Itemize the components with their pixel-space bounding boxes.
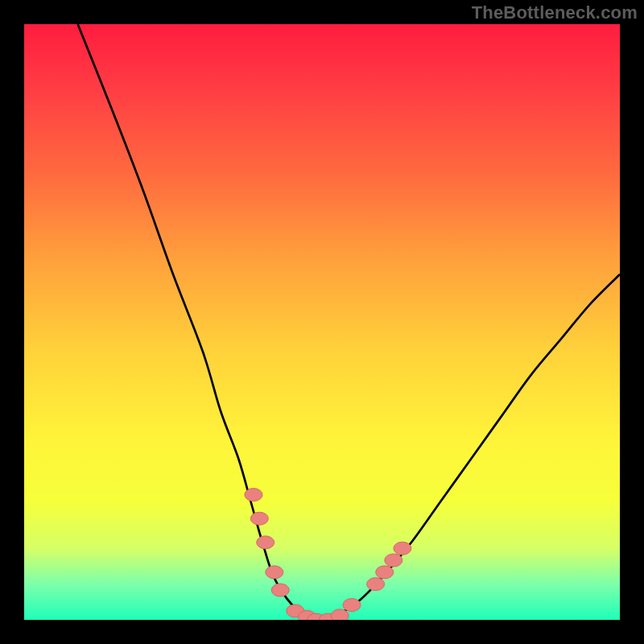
data-marker	[250, 512, 268, 525]
data-marker	[245, 489, 262, 502]
chart-frame: TheBottleneck.com	[0, 0, 644, 644]
data-marker	[257, 536, 275, 549]
data-marker	[394, 542, 411, 555]
data-marker	[367, 578, 385, 591]
data-marker	[343, 599, 361, 612]
data-marker	[266, 566, 283, 579]
marker-layer	[245, 489, 411, 620]
watermark-text: TheBottleneck.com	[472, 2, 638, 23]
plot-area	[24, 24, 620, 620]
data-marker	[271, 584, 289, 597]
data-marker	[385, 554, 402, 567]
bottleneck-curve	[24, 24, 620, 620]
data-marker	[331, 609, 349, 620]
data-marker	[376, 566, 394, 579]
